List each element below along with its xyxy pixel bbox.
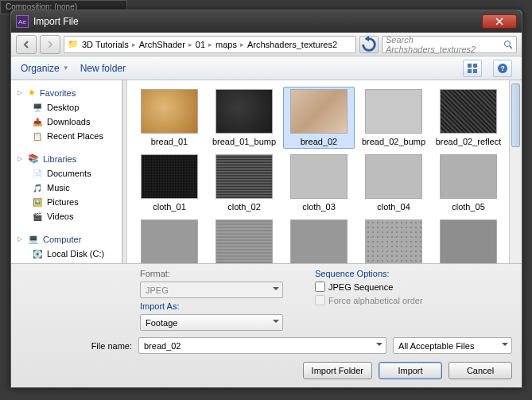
thumbnail-label: bread_01 <box>151 137 188 146</box>
svg-text:?: ? <box>500 64 505 72</box>
thumbnail-image <box>141 219 198 263</box>
thumbnail-item[interactable]: bread_02 <box>283 87 355 149</box>
svg-rect-3 <box>473 64 477 68</box>
sidebar-header-libraries[interactable]: 📚Libraries <box>11 151 122 166</box>
thumbnail-label: bread_01_bump <box>212 137 276 146</box>
thumbnail-item[interactable] <box>433 217 504 263</box>
thumbnail-item[interactable]: bread_02_bump <box>358 87 429 149</box>
view-menu[interactable] <box>463 60 482 77</box>
cancel-button[interactable]: Cancel <box>449 362 512 379</box>
import-button[interactable]: Import <box>379 362 442 379</box>
close-button[interactable] <box>482 14 517 29</box>
thumbnail-label: cloth_04 <box>377 202 410 212</box>
thumbnail-item[interactable]: cloth_03 <box>283 152 355 214</box>
organize-menu[interactable]: Organize ▼ <box>21 63 69 74</box>
thumbnail-image <box>290 219 348 263</box>
sidebar-item-downloads[interactable]: 📥Downloads <box>11 115 122 129</box>
svg-rect-4 <box>468 69 472 73</box>
thumbnail-label: bread_02_reflect <box>436 137 502 146</box>
crumb-segment[interactable]: maps <box>214 40 239 49</box>
thumbnail-item[interactable]: bread_01 <box>134 87 205 149</box>
refresh-button[interactable] <box>359 36 379 53</box>
folder-icon: 📁 <box>68 39 79 49</box>
thumbnail-image <box>365 89 422 134</box>
sidebar-item-disk-c[interactable]: 💽Local Disk (C:) <box>11 247 122 261</box>
sidebar: ★Favorites 🖥️Desktop 📥Downloads 📋Recent … <box>11 80 122 263</box>
sidebar-item-pictures[interactable]: 🖼️Pictures <box>11 195 122 209</box>
vertical-scrollbar[interactable] <box>509 80 522 263</box>
thumbnail-image <box>440 219 497 263</box>
dialog-title: Import File <box>33 16 482 27</box>
importas-label: Import As: <box>140 301 283 311</box>
format-label: Format: <box>140 269 283 278</box>
thumbnail-image <box>141 154 198 199</box>
thumbnail-image <box>141 89 198 134</box>
thumbnail-item[interactable]: cloth_04 <box>358 152 429 214</box>
thumbnail-image <box>216 89 273 134</box>
bottom-panel: Format: JPEG Import As: Footage Sequence… <box>11 263 522 387</box>
sidebar-header-favorites[interactable]: ★Favorites <box>11 85 122 100</box>
nav-bar: 📁 3D Tutorials▸ ArchShader▸ 01▸ maps▸ Ar… <box>11 33 522 56</box>
crumb-segment[interactable]: Archshaders_textures2 <box>246 40 339 49</box>
jpeg-sequence-checkbox[interactable]: JPEG Sequence <box>315 282 423 292</box>
sidebar-item-videos[interactable]: 🎬Videos <box>11 209 122 223</box>
sidebar-item-documents[interactable]: 📄Documents <box>11 166 122 181</box>
arrow-left-icon <box>21 40 31 49</box>
thumbnail-item[interactable] <box>208 217 280 263</box>
thumbnail-label: bread_02_bump <box>362 137 425 146</box>
file-filter-combo[interactable]: All Acceptable Files <box>393 337 512 354</box>
scrollbar-thumb[interactable] <box>511 83 520 147</box>
thumbnail-item[interactable]: cloth_02 <box>208 152 280 214</box>
sidebar-item-desktop[interactable]: 🖥️Desktop <box>11 100 122 115</box>
crumb-segment[interactable]: ArchShader <box>138 40 187 49</box>
thumbnail-image <box>290 154 348 199</box>
svg-rect-5 <box>473 69 477 73</box>
thumbnail-label: cloth_02 <box>227 202 261 212</box>
filename-label: File name: <box>21 341 132 351</box>
search-icon <box>503 40 513 49</box>
titlebar: Ae Import File <box>11 10 522 33</box>
thumbnail-label: cloth_01 <box>153 202 186 212</box>
thumbnail-label: bread_02 <box>301 137 338 146</box>
thumbnail-image <box>216 219 273 263</box>
import-file-dialog: Ae Import File 📁 3D Tutorials▸ ArchShade… <box>10 10 522 388</box>
crumb-segment[interactable]: 01 <box>194 40 207 49</box>
thumbnail-label: cloth_05 <box>452 202 485 212</box>
force-alpha-checkbox[interactable]: Force alphabetical order <box>315 295 423 305</box>
thumbnail-item[interactable]: cloth_05 <box>433 152 504 214</box>
sidebar-item-recent[interactable]: 📋Recent Places <box>11 129 122 143</box>
toolbar: Organize ▼ New folder ? <box>11 56 522 80</box>
filename-input[interactable]: bread_02 <box>138 337 386 354</box>
thumbnail-label: cloth_03 <box>302 202 336 212</box>
thumbnail-image <box>365 154 422 199</box>
thumbnail-item[interactable]: bread_02_reflect <box>433 87 504 149</box>
help-button[interactable]: ? <box>493 60 512 77</box>
breadcrumb-bar[interactable]: 📁 3D Tutorials▸ ArchShader▸ 01▸ maps▸ Ar… <box>64 36 356 53</box>
search-input[interactable]: Search Archshaders_textures2 <box>382 36 517 53</box>
file-pane[interactable]: bread_01bread_01_bumpbread_02bread_02_bu… <box>127 80 522 263</box>
thumbnail-image <box>440 154 497 199</box>
back-button[interactable] <box>16 35 37 54</box>
help-icon: ? <box>497 63 508 74</box>
thumbnail-image <box>440 89 497 134</box>
sidebar-item-music[interactable]: 🎵Music <box>11 181 122 195</box>
thumbnail-item[interactable] <box>283 217 355 263</box>
crumb-segment[interactable]: 3D Tutorials <box>80 40 130 49</box>
format-combo: JPEG <box>140 282 283 298</box>
dialog-body: ★Favorites 🖥️Desktop 📥Downloads 📋Recent … <box>11 80 522 263</box>
thumbnail-item[interactable]: bread_01_bump <box>208 87 280 149</box>
new-folder-button[interactable]: New folder <box>80 63 126 74</box>
arrow-right-icon <box>45 40 55 49</box>
forward-button[interactable] <box>40 35 60 54</box>
search-placeholder: Search Archshaders_textures2 <box>386 35 503 54</box>
svg-rect-2 <box>468 64 472 68</box>
thumbnail-image <box>290 89 348 134</box>
refresh-icon <box>360 36 378 53</box>
thumbnail-item[interactable] <box>358 217 429 263</box>
thumbnail-item[interactable]: cloth_01 <box>134 152 205 214</box>
import-folder-button[interactable]: Import Folder <box>303 362 372 379</box>
sequence-options-label: Sequence Options: <box>315 269 423 278</box>
importas-combo[interactable]: Footage <box>140 314 283 331</box>
sidebar-header-computer[interactable]: 💻Computer <box>11 231 122 247</box>
thumbnail-item[interactable] <box>134 217 205 263</box>
